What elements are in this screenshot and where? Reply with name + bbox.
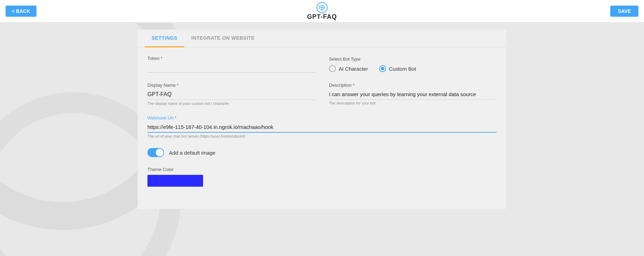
row-token-bottype: Token * Select Bot Type AI Character Cus… bbox=[147, 56, 497, 73]
back-button[interactable]: < BACK bbox=[6, 6, 37, 17]
form-body: Token * Select Bot Type AI Character Cus… bbox=[138, 47, 506, 195]
header-title-wrap: GPT-FAQ bbox=[307, 2, 337, 21]
display-name-value: GPT-FAQ bbox=[147, 90, 315, 100]
svg-point-4 bbox=[322, 7, 322, 7]
radio-custom-label: Custom Bot bbox=[389, 66, 416, 72]
toggle-label: Add a default image bbox=[169, 150, 215, 156]
tab-integrate[interactable]: INTEGRATE ON WEBSITE bbox=[184, 30, 261, 47]
radio-group: AI Character Custom Bot bbox=[329, 65, 497, 72]
display-name-hint: The display name of your custom bot / ch… bbox=[147, 101, 315, 106]
description-value: I can answer your queries by learning yo… bbox=[329, 90, 497, 100]
toggle-section: Add a default image bbox=[147, 148, 497, 157]
row-displayname-desc: Display Name * GPT-FAQ The display name … bbox=[147, 83, 497, 106]
tabs-bar: SETTINGS INTEGRATE ON WEBSITE bbox=[138, 30, 506, 47]
theme-color-section: Theme Color bbox=[147, 167, 497, 187]
radio-circle-custom bbox=[379, 65, 386, 72]
svg-point-3 bbox=[321, 7, 321, 7]
theme-color-swatch[interactable] bbox=[147, 175, 203, 187]
radio-ai-character[interactable]: AI Character bbox=[329, 65, 368, 72]
webhook-hint: The url of your chat bot server (https:/… bbox=[147, 134, 497, 138]
radio-circle-ai bbox=[329, 65, 336, 72]
token-field-col: Token * bbox=[147, 56, 315, 73]
display-name-label: Display Name * bbox=[147, 83, 315, 88]
description-hint: The description for your bot bbox=[329, 101, 497, 105]
save-button[interactable]: SAVE bbox=[610, 6, 638, 17]
app-header: < BACK GPT-FAQ SAVE bbox=[0, 0, 644, 23]
display-name-col: Display Name * GPT-FAQ The display name … bbox=[147, 83, 315, 106]
description-label: Description * bbox=[329, 83, 497, 88]
radio-ai-label: AI Character bbox=[339, 66, 368, 72]
token-input[interactable] bbox=[147, 63, 315, 73]
theme-color-label: Theme Color bbox=[147, 167, 497, 172]
token-label: Token * bbox=[147, 56, 315, 61]
tab-settings[interactable]: SETTINGS bbox=[145, 30, 184, 47]
page-title: GPT-FAQ bbox=[307, 13, 337, 21]
main-content: SETTINGS INTEGRATE ON WEBSITE Token * Se… bbox=[0, 23, 644, 216]
webhook-url-input[interactable] bbox=[147, 123, 497, 133]
bot-type-label: Select Bot Type bbox=[329, 56, 497, 62]
radio-custom-bot[interactable]: Custom Bot bbox=[379, 65, 416, 72]
description-col: Description * I can answer your queries … bbox=[329, 83, 497, 106]
webhook-label: Webhook Url * bbox=[147, 115, 497, 121]
settings-card: SETTINGS INTEGRATE ON WEBSITE Token * Se… bbox=[138, 30, 506, 209]
app-icon bbox=[316, 2, 328, 13]
webhook-section: Webhook Url * The url of your chat bot s… bbox=[147, 115, 497, 138]
bot-type-col: Select Bot Type AI Character Custom Bot bbox=[329, 56, 497, 73]
default-image-toggle[interactable] bbox=[147, 148, 164, 157]
svg-point-5 bbox=[323, 7, 323, 7]
